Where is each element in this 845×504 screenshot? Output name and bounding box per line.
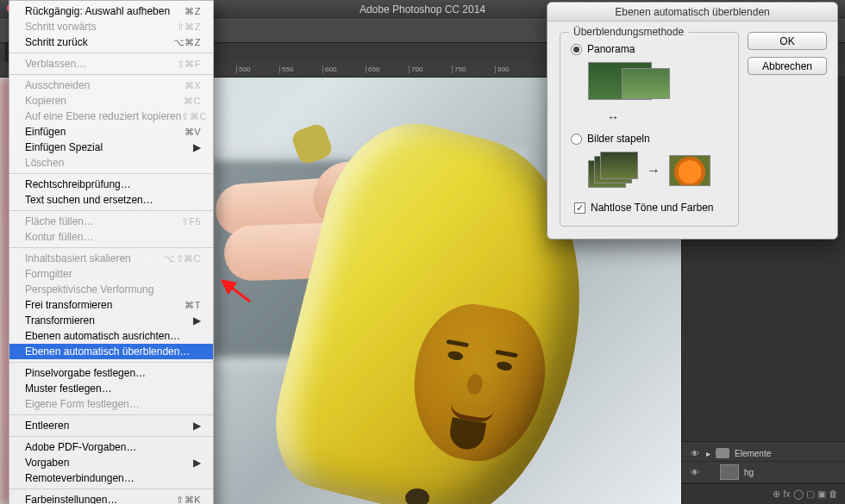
dialog-title: Ebenen automatisch überblenden [548,3,837,22]
option-panorama[interactable]: Panorama [571,43,728,55]
menu-item: Schritt vorwärts⇧⌘Z [9,19,213,34]
radio-icon[interactable] [571,134,582,145]
radio-icon[interactable] [571,44,582,55]
menu-item-label: Ebenen automatisch überblenden… [25,345,190,358]
checkbox-label: Nahtlose Töne und Farben [591,202,714,214]
app-title: Adobe Photoshop CC 2014 [360,3,485,16]
visibility-icon[interactable]: 👁 [689,468,701,477]
menu-item: Formgitter [9,266,213,282]
shortcut: ⌘V [185,127,201,138]
menu-item-label: Ausschneiden [25,79,90,91]
menu-item[interactable]: Vorgaben▶ [9,455,213,470]
auto-blend-dialog: Ebenen automatisch überblenden Überblend… [547,2,838,240]
chevron-right-icon[interactable]: ▸ [706,449,710,458]
menu-item-label: Rückgängig: Auswahl aufheben [25,5,170,17]
layer-row[interactable]: 👁 ▸ Elemente [682,445,845,462]
menu-item-label: Vorgaben [25,457,69,469]
menu-item-label: Text suchen und ersetzen… [25,194,153,206]
layer-name[interactable]: hg [744,468,754,477]
menu-item-label: Adobe PDF-Vorgaben… [25,441,136,453]
submenu-arrow-icon: ▶ [193,420,201,432]
menu-item: Kontur füllen… [9,229,213,245]
layers-panel[interactable]: 👁 ▸ Elemente 👁 hg [682,441,845,483]
arrow-right-icon: → [647,163,660,178]
annotation-arrow-menu [217,276,252,305]
menu-item: Verblassen…⇧⌘F [9,56,213,72]
menu-item: Ausschneiden⌘X [9,78,213,93]
menu-item[interactable]: Frei transformieren⌘T [9,297,213,313]
edit-menu-dropdown[interactable]: Rückgängig: Auswahl aufheben⌘ZSchritt vo… [9,0,214,504]
folder-icon [716,448,729,458]
menu-separator [9,436,213,437]
menu-item-label: Schritt zurück [25,36,88,48]
menu-item[interactable]: Schritt zurück⌥⌘Z [9,34,213,50]
menu-item-label: Perspektivische Verformung [25,283,153,296]
shortcut: ⇧⌘F [177,59,201,70]
visibility-icon[interactable]: 👁 [689,449,701,458]
menu-separator [9,362,213,363]
menu-item-label: Eigene Form festlegen… [25,398,140,410]
shortcut: ⌥⇧⌘C [164,253,201,264]
menu-item[interactable]: Einfügen Spezial▶ [9,140,213,155]
shortcut: ⌘T [185,300,201,311]
menu-item-label: Fläche füllen… [25,215,94,227]
shortcut: ⌘C [184,96,201,107]
menu-item-label: Einfügen [25,126,66,138]
option-label: Panorama [587,43,635,55]
cancel-button[interactable]: Abbrechen [748,57,827,75]
blend-method-group: Überblendungsmethode Panorama ↔ Bilder s… [560,32,739,227]
menu-item[interactable]: Einfügen⌘V [9,124,213,140]
option-stack[interactable]: Bilder stapeln [571,133,728,145]
menu-item[interactable]: Rückgängig: Auswahl aufheben⌘Z [9,3,213,19]
menu-item-label: Muster festlegen… [25,383,112,395]
menu-item-label: Ebenen automatisch ausrichten… [25,330,180,342]
shortcut: ⌘Z [185,6,201,17]
menu-item[interactable]: Text suchen und ersetzen… [9,192,213,208]
menu-item-label: Löschen [25,157,64,169]
menu-item-label: Auf eine Ebene reduziert kopieren [25,110,181,122]
menu-item[interactable]: Rechtschreibprüfung… [9,177,213,192]
menu-item: Auf eine Ebene reduziert kopieren⇧⌘C [9,109,213,124]
layers-panel-footer[interactable]: ⊕ fx ◯ ▢ ▣ 🗑 [682,483,845,504]
menu-item[interactable]: Pinselvorgabe festlegen… [9,365,213,381]
menu-item: Löschen [9,155,213,171]
panel-footer-icons[interactable]: ⊕ fx ◯ ▢ ▣ 🗑 [773,488,838,500]
menu-item[interactable]: Farbeinstellungen…⇧⌘K [9,492,213,504]
menu-item[interactable]: Muster festlegen… [9,381,213,396]
shortcut: ⇧F5 [181,216,201,227]
layer-name[interactable]: Elemente [735,449,771,458]
menu-item[interactable]: Entleeren▶ [9,418,213,433]
menu-item-label: Einfügen Spezial [25,141,103,153]
checkbox-icon[interactable]: ✓ [574,202,585,214]
ok-button[interactable]: OK [748,32,827,50]
menu-item[interactable]: Ebenen automatisch ausrichten… [9,328,213,344]
option-label: Bilder stapeln [587,133,650,145]
menu-item: Fläche füllen…⇧F5 [9,214,213,229]
submenu-arrow-icon: ▶ [193,457,201,469]
menu-separator [9,173,213,174]
menu-item-label: Formgitter [25,268,72,280]
shortcut: ⇧⌘Z [177,22,201,33]
menu-item-label: Kopieren [25,95,66,107]
menu-item[interactable]: Transformieren▶ [9,313,213,328]
menu-item-label: Schritt vorwärts [25,21,97,33]
menu-separator [9,488,213,489]
menu-item[interactable]: Adobe PDF-Vorgaben… [9,439,213,455]
menu-item[interactable]: Remoteverbindungen… [9,470,213,486]
menu-item: Inhaltsbasiert skalieren⌥⇧⌘C [9,251,213,266]
shortcut: ⇧⌘K [176,495,201,505]
menu-separator [9,53,213,53]
menu-item: Perspektivische Verformung [9,282,213,297]
menu-item-label: Remoteverbindungen… [25,472,135,484]
menu-item[interactable]: Ebenen automatisch überblenden… [9,344,213,359]
layer-row[interactable]: 👁 hg [682,462,845,483]
seamless-checkbox[interactable]: ✓ Nahtlose Töne und Farben [574,202,728,214]
group-legend: Überblendungsmethode [569,26,688,38]
menu-separator [9,210,213,211]
panorama-preview [588,62,728,100]
menu-item-label: Kontur füllen… [25,231,93,243]
submenu-arrow-icon: ▶ [193,141,201,153]
menu-item-label: Inhaltsbasiert skalieren [25,252,131,264]
menu-separator [9,74,213,75]
menu-item-label: Frei transformieren [25,299,112,311]
